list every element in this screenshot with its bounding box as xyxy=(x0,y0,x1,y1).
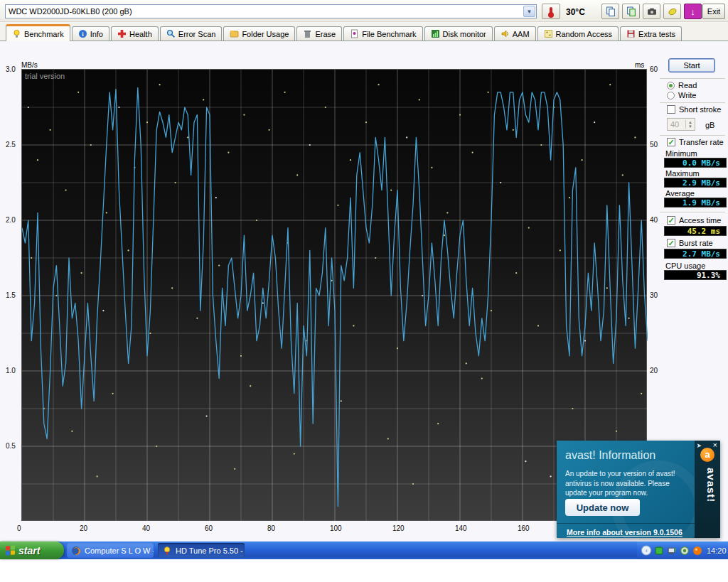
x-tick: 120 xyxy=(392,524,405,532)
write-radio[interactable]: Write xyxy=(667,91,696,99)
taskbar-task-1[interactable]: Computer S L O W - ... xyxy=(67,543,154,558)
update-now-button[interactable]: Update now xyxy=(565,499,640,516)
extra-icon xyxy=(626,29,636,38)
tab-random-access[interactable]: Random Access xyxy=(537,26,619,41)
access-time-checkbox[interactable]: ✓ Access time xyxy=(667,216,721,225)
clock: 14:20 xyxy=(707,546,727,555)
copy-results-button[interactable] xyxy=(622,4,640,19)
tab-label: Error Scan xyxy=(178,30,216,38)
camera-button[interactable] xyxy=(643,4,660,19)
checkbox-icon: ✓ xyxy=(667,216,675,225)
checkbox-icon xyxy=(667,105,675,114)
x-tick: 160 xyxy=(518,524,530,532)
minimum-value: 0.0 MB/s xyxy=(664,158,727,168)
tab-aam[interactable]: AAM xyxy=(494,26,536,41)
y-left-tick: 1.5 xyxy=(6,291,18,299)
x-tick: 60 xyxy=(205,524,213,532)
minimum-label: Minimum xyxy=(665,149,697,158)
x-tick: 140 xyxy=(455,524,467,532)
transfer-rate-plot xyxy=(22,70,648,522)
average-value: 1.9 MB/s xyxy=(664,198,727,208)
y-right-tick: 20 xyxy=(650,367,658,374)
x-tick: 80 xyxy=(267,524,275,532)
network-monitor-icon[interactable] xyxy=(667,546,677,556)
chevron-down-icon[interactable]: ▼ xyxy=(523,6,535,17)
avast-popup-title: avast! Information xyxy=(565,449,655,462)
cpu-usage-value: 91.3% xyxy=(664,270,727,280)
thermometer-icon xyxy=(550,7,552,16)
copy-results-icon xyxy=(626,6,636,16)
radio-dot-icon xyxy=(667,92,675,99)
tray-icons: ‹ xyxy=(641,546,702,556)
tab-label: Info xyxy=(90,30,103,38)
pin-icon[interactable]: ➤ xyxy=(696,442,702,449)
x-tick: 100 xyxy=(330,524,342,532)
options-icon xyxy=(668,6,678,16)
short-stroke-checkbox[interactable]: Short stroke xyxy=(667,105,721,114)
y-left-tick: 1.0 xyxy=(6,367,18,374)
top-toolbar: WDC WD2000JD-60KLB0 (200 gB) ▼ 30°C ↓ Ex… xyxy=(0,0,728,22)
windows-flag-icon xyxy=(6,545,15,555)
hidden-icons-chevron[interactable]: ‹ xyxy=(641,546,651,556)
tab-health[interactable]: Health xyxy=(111,26,159,41)
tab-info[interactable]: iInfo xyxy=(72,26,109,41)
tab-label: Health xyxy=(129,30,152,38)
scan-icon xyxy=(166,29,176,38)
drive-select-value: WDC WD2000JD-60KLB0 (200 gB) xyxy=(6,7,523,16)
drive-select[interactable]: WDC WD2000JD-60KLB0 (200 gB) ▼ xyxy=(5,4,537,18)
temperature-button[interactable] xyxy=(542,4,560,19)
copy-pages-button[interactable] xyxy=(601,4,619,19)
y-left-tick: 3.0 xyxy=(6,65,18,73)
avast-ball-icon[interactable] xyxy=(692,546,702,556)
messenger-icon[interactable] xyxy=(680,546,690,556)
toolbar-buttons: ↓ xyxy=(601,4,702,19)
exit-button[interactable]: Exit xyxy=(702,4,725,19)
svg-text:‹: ‹ xyxy=(646,547,648,554)
tab-erase[interactable]: Erase xyxy=(296,26,342,41)
y-left-axis-label: MB/s xyxy=(21,61,38,69)
y-right-tick: 40 xyxy=(650,216,658,224)
read-radio[interactable]: Read xyxy=(667,81,697,90)
antivirus-shield-icon[interactable] xyxy=(654,546,664,556)
taskbar-task-2[interactable]: HD Tune Pro 5.50 - H... xyxy=(158,543,245,558)
y-left-tick: 0.5 xyxy=(6,442,18,450)
tab-file-benchmark[interactable]: File Benchmark xyxy=(343,26,422,41)
xp-taskbar: start Computer S L O W - ...HD Tune Pro … xyxy=(0,541,728,559)
tab-folder-usage[interactable]: Folder Usage xyxy=(223,26,295,41)
checkbox-icon: ✓ xyxy=(667,239,675,247)
options-button[interactable] xyxy=(663,4,681,19)
start-button-taskbar[interactable]: start xyxy=(0,541,64,559)
tab-label: AAM xyxy=(513,30,530,38)
tab-label: Random Access xyxy=(556,30,612,38)
more-info-link[interactable]: More info about version 9.0.1506 xyxy=(567,528,682,537)
y-left-tick: 2.0 xyxy=(6,216,18,224)
x-tick: 0 xyxy=(17,524,21,532)
start-button[interactable]: Start xyxy=(668,58,715,72)
stepper-arrows-icon[interactable]: ▲▼ xyxy=(685,120,695,129)
benchmark-chart: trial version xyxy=(21,69,647,521)
hdtune-icon xyxy=(162,546,172,556)
avast-brand-text: avast! xyxy=(705,468,717,502)
avast-brand-strip: a avast! xyxy=(695,441,720,538)
tab-error-scan[interactable]: Error Scan xyxy=(160,26,223,41)
diskmon-icon xyxy=(431,29,440,38)
tab-disk-monitor[interactable]: Disk monitor xyxy=(424,26,493,41)
tab-label: Benchmark xyxy=(24,30,64,38)
gb-unit-label: gB xyxy=(705,121,714,129)
filebench-icon xyxy=(350,29,359,38)
y-right-tick: 60 xyxy=(650,65,658,73)
transfer-rate-checkbox[interactable]: ✓ Transfer rate xyxy=(667,138,724,146)
task-label: Computer S L O W - ... xyxy=(85,546,154,555)
burst-rate-checkbox[interactable]: ✓ Burst rate xyxy=(667,239,713,247)
copy-pages-icon xyxy=(606,6,616,16)
avast-notification-popup: avast! Information An update to your ver… xyxy=(557,441,720,538)
tab-label: Extra tests xyxy=(638,30,675,38)
tab-benchmark[interactable]: Benchmark xyxy=(6,24,70,41)
avast-divider xyxy=(557,523,695,524)
update-download-button[interactable]: ↓ xyxy=(684,4,702,19)
tab-extra-tests[interactable]: Extra tests xyxy=(620,26,682,41)
short-stroke-size-stepper[interactable]: 40 ▲▼ xyxy=(667,118,695,131)
x-tick: 40 xyxy=(142,524,150,532)
close-icon[interactable]: × xyxy=(713,441,717,449)
x-tick: 20 xyxy=(80,524,87,532)
